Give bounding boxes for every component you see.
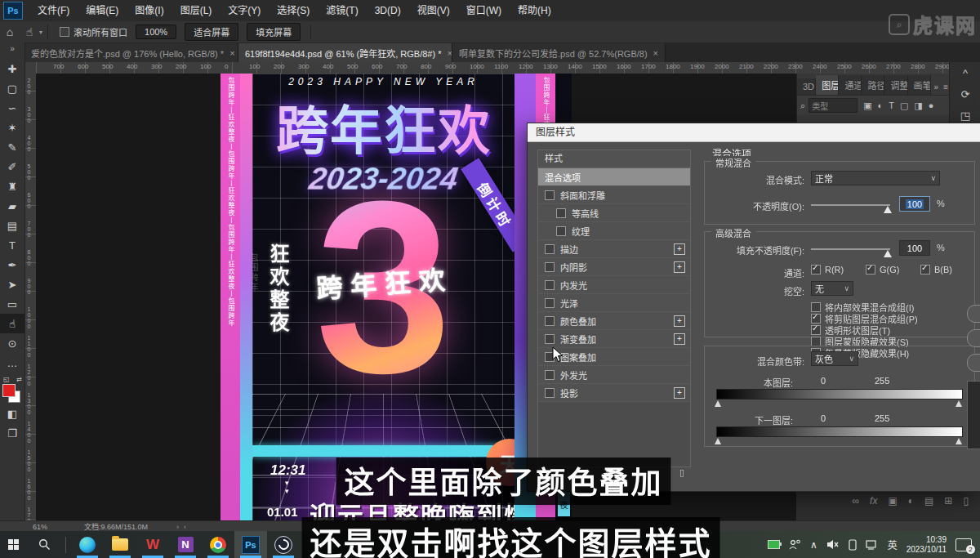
taskbar-app-obs[interactable] <box>267 531 300 558</box>
panel-tab-路径[interactable]: 路径 <box>862 75 884 95</box>
fill-opacity-slider[interactable] <box>811 248 890 250</box>
color-swatches[interactable]: ◱ ⇄ <box>0 376 24 404</box>
style-row-5[interactable]: 内阴影+ <box>538 258 690 276</box>
checkbox-icon[interactable] <box>811 302 821 312</box>
style-checkbox[interactable] <box>545 388 555 398</box>
style-row-11[interactable]: 外发光 <box>538 366 690 384</box>
taskbar-search-button[interactable] <box>28 531 60 558</box>
style-row-0[interactable]: 混合选项 <box>538 168 690 186</box>
foreground-color-swatch[interactable] <box>2 384 16 397</box>
style-row-6[interactable]: 内发光 <box>538 276 690 294</box>
document-tab-1[interactable]: 619f8f194e4d4.psd @ 61% (跨年狂欢, RGB/8#) *… <box>238 43 452 62</box>
add-instance-icon[interactable]: + <box>674 387 685 399</box>
panel-tab-画笔[interactable]: 画笔 <box>908 75 931 95</box>
clock[interactable]: 10:39 2023/10/11 <box>906 535 947 555</box>
close-icon[interactable]: × <box>653 48 658 58</box>
input-language[interactable]: 英 <box>888 538 898 551</box>
style-checkbox[interactable] <box>545 334 555 344</box>
this-layer-gradient-bar[interactable] <box>716 389 963 400</box>
toolbar-collapse-icon[interactable]: » <box>0 42 24 54</box>
phone-icon[interactable] <box>849 539 857 551</box>
type-filter-icon[interactable]: T <box>889 100 894 111</box>
brush-tool[interactable]: ✐ <box>0 157 24 176</box>
menu-item-6[interactable]: 滤镜(T) <box>318 0 366 21</box>
layer-group-icon[interactable]: ▤ <box>924 495 933 507</box>
smartobject-filter-icon[interactable]: ◨ <box>914 100 922 111</box>
add-instance-icon[interactable]: + <box>674 243 685 255</box>
new-layer-icon[interactable]: ⊞ <box>944 495 952 507</box>
panel-tab-调整[interactable]: 调整 <box>884 75 907 95</box>
cancel-button-partial[interactable] <box>967 329 980 347</box>
zoom-100-button[interactable]: 100% <box>136 25 176 39</box>
history-panel-icon[interactable]: ⟳ <box>950 83 980 105</box>
style-checkbox[interactable] <box>556 226 566 236</box>
style-row-2[interactable]: 等高线 <box>538 204 690 222</box>
taskbar-app-explorer[interactable] <box>104 531 136 558</box>
blend-if-select[interactable]: 灰色 ∨ <box>811 351 858 366</box>
adjustment-filter-icon[interactable]: ◐ <box>878 100 884 111</box>
gradient-tool[interactable]: ▤ <box>0 216 24 235</box>
shape-tool[interactable]: ▭ <box>0 294 24 314</box>
underlying-black-thumb[interactable] <box>715 438 722 444</box>
layer-fx-icon[interactable]: fx <box>870 495 877 507</box>
knockout-select[interactable]: 无 ∨ <box>811 281 853 296</box>
edit-toolbar[interactable]: … <box>0 353 24 373</box>
menu-item-3[interactable]: 图层(L) <box>172 0 220 21</box>
add-instance-icon[interactable]: + <box>674 333 685 345</box>
pen-tool[interactable]: ✒ <box>0 255 24 275</box>
style-checkbox[interactable] <box>545 280 555 290</box>
underlying-gradient-bar[interactable] <box>716 426 963 437</box>
underlying-white-thumb[interactable] <box>956 438 963 444</box>
zoom-level[interactable]: 61% <box>33 523 47 531</box>
checkbox-icon[interactable] <box>811 265 821 275</box>
taskbar-app-wps[interactable]: W <box>136 531 169 558</box>
this-layer-black-thumb[interactable] <box>715 400 722 407</box>
lasso-tool[interactable]: ∽ <box>0 98 24 118</box>
quick-mask-icon[interactable]: ◧ <box>0 404 24 423</box>
more-panels-icon[interactable]: » <box>933 79 941 95</box>
photoshop-logo[interactable]: Ps <box>3 2 23 20</box>
clone-stamp-tool[interactable]: ♜ <box>0 176 24 196</box>
layer-mask-icon[interactable]: ▣ <box>888 495 897 507</box>
scroll-all-windows-checkbox[interactable] <box>60 27 69 37</box>
screen-mode-icon[interactable]: ❐ <box>0 423 24 443</box>
style-row-4[interactable]: 描边+ <box>538 240 690 258</box>
style-row-12[interactable]: 投影+ <box>538 384 690 402</box>
menu-item-9[interactable]: 窗口(W) <box>458 0 510 21</box>
start-button[interactable] <box>0 531 28 558</box>
shape-filter-icon[interactable]: ▢ <box>900 100 908 111</box>
style-row-9[interactable]: 渐变叠加+ <box>538 330 690 348</box>
default-colors-icon[interactable]: ◱ <box>3 376 10 383</box>
style-row-8[interactable]: 颜色叠加+ <box>538 312 690 330</box>
style-row-3[interactable]: 纹理 <box>538 222 690 240</box>
fill-screen-button[interactable]: 填充屏幕 <box>247 23 301 41</box>
add-instance-icon[interactable]: + <box>674 315 685 327</box>
panel-tab-图层[interactable]: 图层 <box>816 75 839 95</box>
chevron-down-icon[interactable]: ▾ <box>39 29 42 36</box>
collapse-dock-icon[interactable]: ^ <box>950 62 980 83</box>
menu-item-4[interactable]: 文字(Y) <box>220 0 269 21</box>
delete-effect-icon[interactable]: ▯ <box>679 467 684 478</box>
filter-toggle-icon[interactable]: ● <box>929 100 934 111</box>
ok-button-partial[interactable] <box>967 305 980 323</box>
eyedropper-tool[interactable]: ✎ <box>0 137 24 157</box>
menu-item-1[interactable]: 编辑(E) <box>78 0 127 21</box>
close-icon[interactable]: × <box>447 48 452 58</box>
fill-opacity-slider-thumb[interactable] <box>884 250 892 257</box>
opacity-value-field[interactable]: 100 <box>899 196 930 212</box>
eraser-tool[interactable]: ▰ <box>0 196 24 216</box>
checkbox-icon[interactable] <box>866 265 875 275</box>
panel-tab-3D[interactable]: 3D <box>797 78 816 95</box>
taskbar-app-photoshop[interactable]: Ps <box>234 531 267 558</box>
home-icon[interactable]: ⌂ <box>0 25 20 38</box>
panel-tab-通道[interactable]: 通道 <box>839 75 862 95</box>
style-checkbox[interactable] <box>545 298 555 308</box>
hidden-icons-chevron[interactable]: ∧ <box>810 539 817 551</box>
style-checkbox[interactable] <box>545 262 555 272</box>
document-tab-2[interactable]: 啊单复数下的分公司发给.psd @ 52.7%(RGB/8)× <box>452 43 666 62</box>
hand-icon[interactable]: ☝ <box>20 25 39 38</box>
taskbar-app-edge[interactable] <box>71 531 104 558</box>
channel-G(G)[interactable]: G(G) <box>866 265 899 275</box>
path-select-tool[interactable]: ➤ <box>0 275 24 294</box>
menu-item-2[interactable]: 图像(I) <box>127 0 172 21</box>
